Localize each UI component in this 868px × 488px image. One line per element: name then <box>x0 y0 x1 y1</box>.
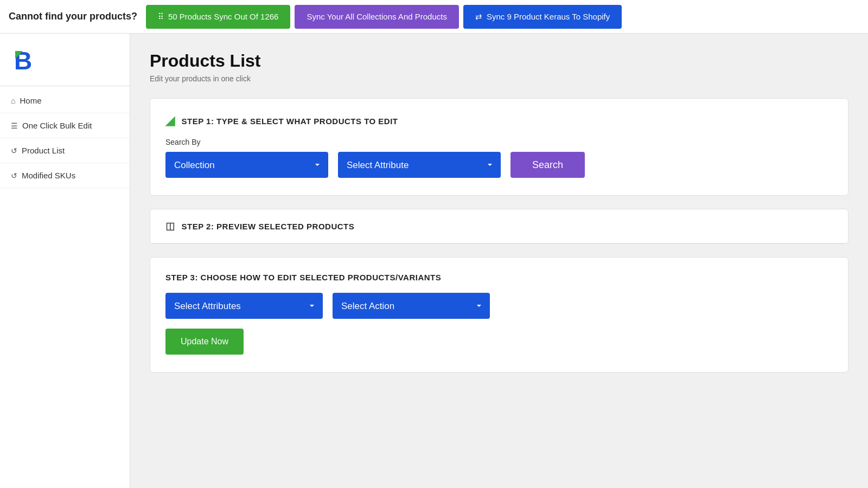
sync-all-button[interactable]: Sync Your All Collections And Products <box>295 5 459 29</box>
sidebar-item-home[interactable]: ⌂ Home <box>0 88 130 113</box>
update-now-button[interactable]: Update Now <box>165 329 244 355</box>
sidebar-divider <box>0 86 130 86</box>
select-attributes-dropdown[interactable]: Select Attributes Title Price Compare At… <box>165 293 323 319</box>
sync-icon: ⇄ <box>475 12 482 22</box>
sync-all-label: Sync Your All Collections And Products <box>307 12 447 21</box>
sync-keraus-button[interactable]: ⇄ Sync 9 Product Keraus To Shopify <box>463 5 622 29</box>
attribute-select[interactable]: Select Attribute Title Price Compare At … <box>338 152 501 178</box>
sidebar-item-home-label: Home <box>20 96 41 105</box>
sidebar-item-modified-skus[interactable]: ↺ Modified SKUs <box>0 163 130 188</box>
page-subtitle: Edit your products in one click <box>150 74 848 83</box>
step1-header: ◢ STEP 1: TYPE & SELECT WHAT PRODUCTS TO… <box>165 114 833 128</box>
step3-selects-row: Select Attributes Title Price Compare At… <box>165 293 833 319</box>
top-bar: Cannot find your products? ⠿ 50 Products… <box>0 0 868 34</box>
step2-card: ◫ STEP 2: PREVIEW SELECTED PRODUCTS <box>150 209 848 244</box>
svg-text:B: B <box>14 47 32 75</box>
sidebar-item-product-list-label: Product List <box>22 146 65 155</box>
step2-header: ◫ STEP 2: PREVIEW SELECTED PRODUCTS <box>150 209 848 243</box>
modified-skus-icon: ↺ <box>11 171 17 180</box>
network-sync-icon: ⠿ <box>158 12 164 22</box>
sync-products-label: 50 Products Sync Out Of 1266 <box>168 12 278 21</box>
bulk-edit-icon: ☰ <box>11 121 18 130</box>
page-title: Products List <box>150 51 848 71</box>
sidebar-item-product-list[interactable]: ↺ Product List <box>0 138 130 163</box>
search-button[interactable]: Search <box>510 152 585 178</box>
sidebar-item-bulk-edit[interactable]: ☰ One Click Bulk Edit <box>0 113 130 138</box>
search-row: Collection Tag Vendor Product Type Selec… <box>165 152 833 178</box>
grid-icon: ◫ <box>165 220 175 232</box>
sync-products-button[interactable]: ⠿ 50 Products Sync Out Of 1266 <box>146 5 290 29</box>
sidebar: B ⌂ Home ☰ One Click Bulk Edit ↺ Product… <box>0 34 130 488</box>
search-by-label: Search By <box>165 138 833 146</box>
step3-header-text: STEP 3: CHOOSE HOW TO EDIT SELECTED PROD… <box>165 273 833 282</box>
step3-card: STEP 3: CHOOSE HOW TO EDIT SELECTED PROD… <box>150 257 848 373</box>
logo-area: B <box>0 38 130 86</box>
brand-logo: B <box>11 47 39 75</box>
cannot-find-text: Cannot find your products? <box>9 11 137 22</box>
home-icon: ⌂ <box>11 97 15 105</box>
select-action-dropdown[interactable]: Select Action Set Increase By Decrease B… <box>333 293 490 319</box>
main-content: Products List Edit your products in one … <box>130 34 868 488</box>
sidebar-item-modified-skus-label: Modified SKUs <box>22 171 75 180</box>
step1-card: ◢ STEP 1: TYPE & SELECT WHAT PRODUCTS TO… <box>150 98 848 196</box>
main-layout: B ⌂ Home ☰ One Click Bulk Edit ↺ Product… <box>0 34 868 488</box>
collection-select[interactable]: Collection Tag Vendor Product Type <box>165 152 328 178</box>
step1-header-text: STEP 1: TYPE & SELECT WHAT PRODUCTS TO E… <box>182 117 398 126</box>
filter-icon: ◢ <box>165 114 175 128</box>
top-bar-buttons: ⠿ 50 Products Sync Out Of 1266 Sync Your… <box>146 5 622 29</box>
sidebar-item-bulk-edit-label: One Click Bulk Edit <box>22 121 92 130</box>
sync-keraus-label: Sync 9 Product Keraus To Shopify <box>487 12 610 21</box>
step2-header-text: STEP 2: PREVIEW SELECTED PRODUCTS <box>182 222 355 231</box>
product-list-icon: ↺ <box>11 146 17 155</box>
